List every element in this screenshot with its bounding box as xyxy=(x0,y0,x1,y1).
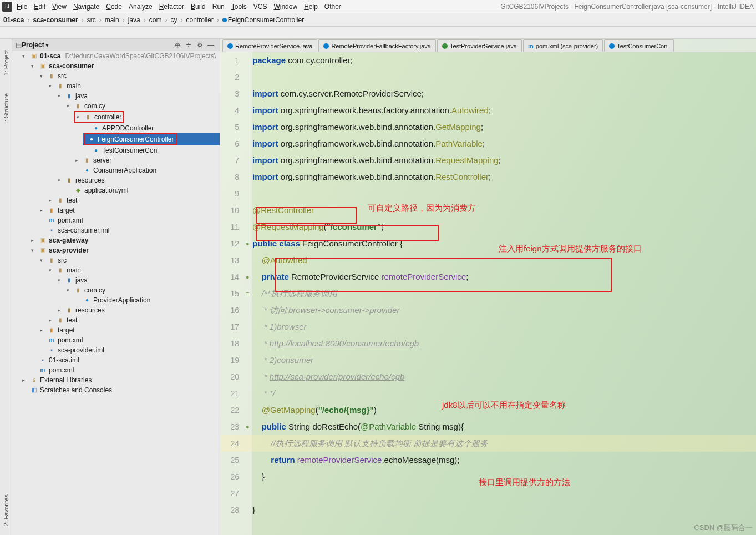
menubar: FileEditViewNavigateCodeAnalyzeRefactorB… xyxy=(17,3,500,11)
editor-tab[interactable]: RemoteProviderFallbackFactory.java xyxy=(318,39,436,52)
annotation-3: jdk8以后可以不用在指定变量名称 xyxy=(442,400,566,411)
editor-tab[interactable]: TestConsumerCon. xyxy=(604,39,674,52)
code-line[interactable]: 17 * 1)browser xyxy=(220,319,756,335)
code-line[interactable]: 21 * */ xyxy=(220,385,756,402)
code-line[interactable]: 6import org.springframework.web.bind.ann… xyxy=(220,135,756,152)
code-line[interactable]: 18 * http://localhost:8090/consumer/echo… xyxy=(220,335,756,352)
code-line[interactable]: 19 * 2)consumer xyxy=(220,352,756,369)
crumb[interactable]: FeignConsumerController xyxy=(222,16,304,24)
annotation-1: 可自定义路径，因为为消费方 xyxy=(368,203,476,214)
project-pane-header: ▤ Project▾ ⊕ ≑ ⚙ — xyxy=(12,39,220,51)
editor[interactable]: 1package com.cy.controller;23import com.… xyxy=(220,52,756,535)
menu-item[interactable]: Edit xyxy=(34,3,45,11)
app-logo: IJ xyxy=(2,2,12,12)
menu-item[interactable]: Build xyxy=(191,3,206,11)
crumb[interactable]: 01-sca xyxy=(3,16,24,24)
crumb[interactable]: sca-consumer xyxy=(33,16,78,24)
menu-item[interactable]: Tools xyxy=(231,3,247,11)
window-title: GitCGB2106IVProjects - FeignConsumerCont… xyxy=(500,3,754,11)
toolstrip xyxy=(0,27,756,39)
menu-item[interactable]: Refactor xyxy=(159,3,184,11)
code-line[interactable]: 28} xyxy=(220,502,756,518)
code-line[interactable]: 20 * http://sca-provider/provider/echo/c… xyxy=(220,369,756,385)
tree-selected[interactable]: ●FeignConsumerController xyxy=(83,133,220,145)
redbox-requestmapping xyxy=(256,225,439,241)
menu-item[interactable]: Navigate xyxy=(73,3,99,11)
watermark: CSDN @腰码合一 xyxy=(694,523,753,533)
gear-icon[interactable]: ⚙ xyxy=(195,41,204,49)
code-line[interactable]: 2 xyxy=(220,69,756,85)
menu-item[interactable]: File xyxy=(17,3,27,11)
menu-item[interactable]: Window xyxy=(273,3,297,11)
code-line[interactable]: 8import org.springframework.web.bind.ann… xyxy=(220,169,756,185)
project-pane: ▤ Project▾ ⊕ ≑ ⚙ — ▾▣01-scaD:\teducn\Jav… xyxy=(12,39,220,535)
titlebar: IJ FileEditViewNavigateCodeAnalyzeRefact… xyxy=(0,0,756,13)
crumb[interactable]: controller xyxy=(186,16,213,24)
menu-item[interactable]: Code xyxy=(106,3,122,11)
code-line[interactable]: 25 return remoteProviderService.echoMess… xyxy=(220,452,756,468)
annotation-4: 接口里调用提供方的方法 xyxy=(479,477,570,488)
project-tree[interactable]: ▾▣01-scaD:\teducn\JavaWordSpace\GitCGB21… xyxy=(12,51,220,535)
menu-item[interactable]: Other xyxy=(324,3,341,11)
code-line[interactable]: 1package com.cy.controller; xyxy=(220,52,756,69)
code-line[interactable]: 23● public String doRestEcho(@PathVariab… xyxy=(220,418,756,435)
crumb[interactable]: main xyxy=(105,16,119,24)
menu-item[interactable]: Analyze xyxy=(129,3,153,11)
editor-tab[interactable]: TestProviderService.java xyxy=(437,39,522,52)
code-line[interactable]: 3import com.cy.server.RemoteProviderServ… xyxy=(220,85,756,102)
locate-icon[interactable]: ⊕ xyxy=(173,41,182,49)
breadcrumb: 01-sca›sca-consumer›src›main›java›com›cy… xyxy=(0,13,756,27)
code-line[interactable]: 7import org.springframework.web.bind.ann… xyxy=(220,152,756,169)
tab-project[interactable]: 1: Project xyxy=(3,50,9,75)
code-line[interactable]: 4import org.springframework.beans.factor… xyxy=(220,102,756,119)
expand-icon[interactable]: ≑ xyxy=(184,41,193,49)
editor-tab[interactable]: RemoteProviderService.java xyxy=(222,39,317,52)
crumb[interactable]: src xyxy=(87,16,96,24)
menu-item[interactable]: View xyxy=(52,3,67,11)
crumb[interactable]: java xyxy=(128,16,140,24)
code-line[interactable]: 5import org.springframework.web.bind.ann… xyxy=(220,119,756,135)
tab-favorites[interactable]: 2: Favorites xyxy=(3,494,9,526)
crumb[interactable]: com xyxy=(149,16,162,24)
editor-area: RemoteProviderService.javaRemoteProvider… xyxy=(220,39,756,535)
editor-tabs: RemoteProviderService.javaRemoteProvider… xyxy=(220,39,756,52)
tab-structure[interactable]: ..: Structure xyxy=(3,93,9,125)
code-line[interactable]: 16 * 访问:browser->consumer->provider xyxy=(220,302,756,319)
menu-item[interactable]: Run xyxy=(212,3,225,11)
menu-item[interactable]: Help xyxy=(304,3,318,11)
code-line[interactable]: 24 //执行远程服务调用 默认支持负载均衡.前提是要有这个服务 xyxy=(220,435,756,452)
redbox-autowired xyxy=(275,258,612,292)
left-toolwindow-bar: 1: Project ..: Structure 2: Favorites xyxy=(0,39,12,535)
code-line[interactable]: 9 xyxy=(220,185,756,202)
editor-tab[interactable]: mpom.xml (sca-provider) xyxy=(523,39,603,52)
redbox-restcontroller xyxy=(256,207,357,224)
crumb[interactable]: cy xyxy=(170,16,177,24)
menu-item[interactable]: VCS xyxy=(253,3,267,11)
hide-icon[interactable]: — xyxy=(206,41,215,49)
annotation-2: 注入用feign方式调用提供方服务的接口 xyxy=(499,244,642,254)
pane-title: Project xyxy=(22,41,44,49)
